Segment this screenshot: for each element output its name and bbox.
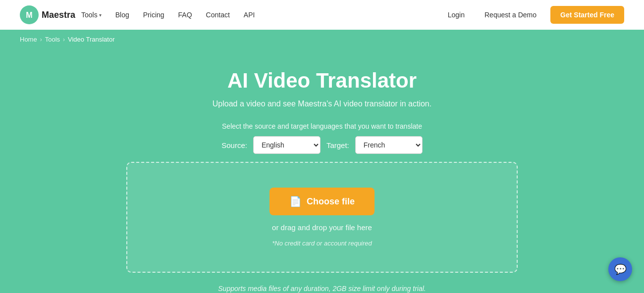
drag-drop-text: or drag and drop your file here bbox=[272, 223, 372, 232]
logo[interactable]: M Maestra bbox=[20, 5, 75, 24]
nav-item-contact[interactable]: Contact bbox=[200, 8, 236, 22]
page-title: AI Video Translator bbox=[227, 69, 417, 93]
language-select-section: Select the source and target languages t… bbox=[10, 122, 634, 154]
target-label: Target: bbox=[326, 141, 349, 149]
breadcrumb: Home › Tools › Video Translator bbox=[0, 30, 644, 49]
supports-text: Supports media files of any duration, 2G… bbox=[218, 285, 426, 293]
breadcrumb-sep-1: › bbox=[40, 36, 42, 43]
request-demo-button[interactable]: Request a Demo bbox=[479, 8, 542, 22]
source-label: Source: bbox=[221, 141, 247, 149]
no-credit-text: *No credit card or account required bbox=[272, 240, 372, 247]
chat-icon: 💬 bbox=[614, 263, 627, 275]
lang-instruction: Select the source and target languages t… bbox=[10, 122, 634, 130]
choose-file-button[interactable]: 📄 Choose file bbox=[269, 188, 375, 215]
breadcrumb-current: Video Translator bbox=[68, 36, 114, 43]
file-icon: 📄 bbox=[289, 195, 302, 207]
nav-item-pricing[interactable]: Pricing bbox=[137, 8, 170, 22]
main-content: AI Video Translator Upload a video and s… bbox=[0, 49, 644, 293]
svg-text:M: M bbox=[26, 11, 32, 19]
nav-item-faq[interactable]: FAQ bbox=[172, 8, 198, 22]
login-button[interactable]: Login bbox=[442, 8, 471, 22]
upload-area[interactable]: 📄 Choose file or drag and drop your file… bbox=[126, 162, 518, 273]
breadcrumb-tools[interactable]: Tools bbox=[45, 36, 60, 43]
logo-icon: M bbox=[20, 5, 39, 24]
get-started-button[interactable]: Get Started Free bbox=[550, 6, 624, 24]
logo-text: Maestra bbox=[42, 10, 75, 20]
source-language-select[interactable]: English Spanish French German Italian Po… bbox=[253, 136, 321, 154]
navbar: M Maestra Tools ▾ Blog Pricing FAQ Conta… bbox=[0, 0, 644, 30]
breadcrumb-sep-2: › bbox=[63, 36, 65, 43]
page-subtitle: Upload a video and see Maestra's AI vide… bbox=[213, 99, 431, 108]
nav-item-api[interactable]: API bbox=[238, 8, 261, 22]
chevron-down-icon: ▾ bbox=[99, 12, 102, 18]
lang-select-row: Source: English Spanish French German It… bbox=[221, 136, 423, 154]
nav-item-blog[interactable]: Blog bbox=[109, 8, 135, 22]
nav-item-tools[interactable]: Tools ▾ bbox=[75, 8, 107, 22]
chat-widget[interactable]: 💬 bbox=[608, 257, 632, 281]
breadcrumb-home[interactable]: Home bbox=[20, 36, 37, 43]
nav-right: Login Request a Demo Get Started Free bbox=[442, 6, 624, 24]
nav-links: Tools ▾ Blog Pricing FAQ Contact API bbox=[75, 8, 442, 22]
target-language-select[interactable]: French English Spanish German Italian Po… bbox=[355, 136, 423, 154]
